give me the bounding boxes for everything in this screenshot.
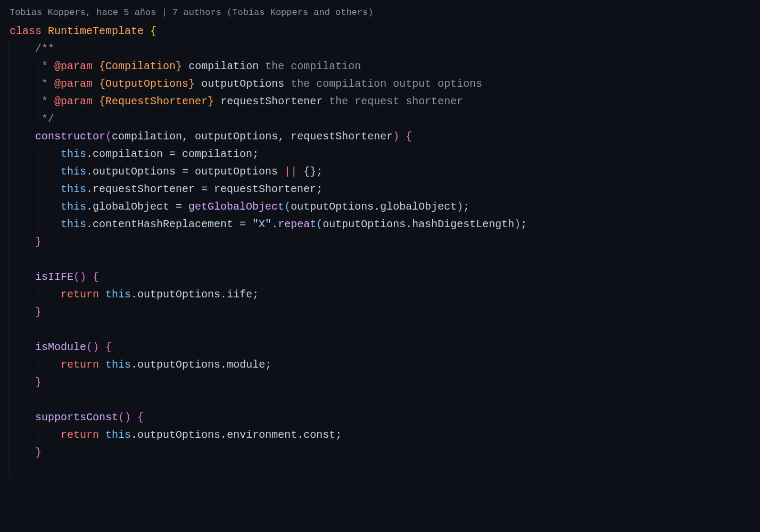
dot: . xyxy=(131,288,137,301)
variable: compilation xyxy=(182,148,252,160)
code-line[interactable]: this.compilation = compilation; xyxy=(10,145,760,163)
code-line[interactable]: supportsConst() { xyxy=(10,409,760,426)
property: globalObject xyxy=(380,201,457,213)
property: environment xyxy=(227,429,297,441)
semi: ; xyxy=(252,288,259,301)
code-editor[interactable]: Tobias Koppers, hace 5 años | 7 authors … xyxy=(0,5,760,479)
jsdoc: * xyxy=(35,78,48,90)
semi: ; xyxy=(521,218,527,230)
variable: outputOptions xyxy=(323,218,406,230)
code-line[interactable]: * @param {Compilation} compilation the c… xyxy=(10,57,760,75)
code-line[interactable]: constructor(compilation, outputOptions, … xyxy=(10,128,760,145)
func-call: repeat xyxy=(278,218,316,230)
semi: ; xyxy=(316,165,323,178)
code-line[interactable] xyxy=(10,321,760,338)
func-call: getGlobalObject xyxy=(188,201,284,213)
property: const xyxy=(303,429,335,441)
code-line[interactable]: * @param {OutputOptions} outputOptions t… xyxy=(10,75,760,93)
variable: requestShortener xyxy=(214,183,316,195)
code-line[interactable]: /** xyxy=(10,40,760,57)
code-line[interactable]: isModule() { xyxy=(10,338,760,356)
dot: . xyxy=(220,429,227,441)
property: hashDigestLength xyxy=(412,218,514,230)
code-line[interactable]: * @param {RequestShortener} requestShort… xyxy=(10,93,760,110)
dot: . xyxy=(86,165,93,178)
code-line[interactable] xyxy=(10,391,760,409)
this-kw: this xyxy=(105,359,131,371)
jsdoc-param: requestShortener xyxy=(220,95,323,107)
property: contentHashReplacement xyxy=(93,218,233,230)
code-line[interactable]: this.requestShortener = requestShortener… xyxy=(10,180,760,198)
parens: () xyxy=(118,411,131,423)
dot: . xyxy=(131,359,137,371)
code-line[interactable] xyxy=(10,461,760,479)
property: compilation xyxy=(93,148,163,160)
eq: = xyxy=(169,201,188,213)
semi: ; xyxy=(252,148,259,160)
dot: . xyxy=(271,218,278,230)
dot: . xyxy=(220,288,227,301)
parens: () xyxy=(86,341,99,353)
code-line[interactable]: return this.outputOptions.environment.co… xyxy=(10,426,760,444)
jsdoc-tag: @param xyxy=(54,95,93,107)
this-kw: this xyxy=(105,288,131,301)
code-line[interactable]: this.contentHashReplacement = "X".repeat… xyxy=(10,215,760,233)
code-line[interactable]: return this.outputOptions.module; xyxy=(10,356,760,373)
code-line[interactable]: } xyxy=(10,303,760,321)
jsdoc: * xyxy=(35,95,48,107)
return-kw: return xyxy=(61,359,99,371)
jsdoc-type: {RequestShortener} xyxy=(99,95,214,107)
code-line[interactable]: } xyxy=(10,444,760,461)
brace: { xyxy=(144,25,156,37)
code-line[interactable] xyxy=(10,251,760,268)
code-line[interactable]: class RuntimeTemplate { xyxy=(10,22,760,40)
constructor-kw: constructor xyxy=(35,130,105,143)
property: requestShortener xyxy=(93,183,195,195)
brace-close: } xyxy=(35,306,42,318)
dot: . xyxy=(131,429,137,441)
brace-close: } xyxy=(35,236,42,248)
method-name: supportsConst xyxy=(35,411,118,423)
variable: outputOptions xyxy=(195,165,278,178)
this-kw: this xyxy=(61,218,86,230)
method-name: isIIFE xyxy=(35,271,73,283)
semi: ; xyxy=(316,183,323,195)
return-kw: return xyxy=(61,429,99,441)
code-line[interactable]: */ xyxy=(10,110,760,128)
code-line[interactable]: this.outputOptions = outputOptions || {}… xyxy=(10,163,760,180)
jsdoc-type: {Compilation} xyxy=(99,60,182,72)
code-line[interactable]: } xyxy=(10,373,760,391)
code-line[interactable]: this.globalObject = getGlobalObject(outp… xyxy=(10,198,760,215)
property: outputOptions xyxy=(137,359,220,371)
dot: . xyxy=(220,359,227,371)
return-kw: return xyxy=(61,288,99,301)
param: outputOptions xyxy=(195,130,278,143)
code-line[interactable]: return this.outputOptions.iife; xyxy=(10,286,760,303)
string-literal: "X" xyxy=(252,218,271,230)
method-name: isModule xyxy=(35,341,86,353)
eq: = xyxy=(233,218,252,230)
property: iife xyxy=(227,288,252,301)
variable: outputOptions xyxy=(291,201,374,213)
jsdoc-type: {OutputOptions} xyxy=(99,78,195,90)
eq: = xyxy=(163,148,182,160)
parens: () xyxy=(73,271,86,283)
brace-close: } xyxy=(35,376,42,388)
dot: . xyxy=(86,201,93,213)
brace-close: } xyxy=(35,446,42,459)
semi: ; xyxy=(463,201,469,213)
jsdoc-tag: @param xyxy=(54,60,93,72)
keyword-class: class xyxy=(10,25,42,37)
jsdoc-param: compilation xyxy=(188,60,259,72)
semi: ; xyxy=(265,359,271,371)
dot: . xyxy=(374,201,380,213)
git-lens-annotation: Tobias Koppers, hace 5 años | 7 authors … xyxy=(10,5,760,20)
code-line[interactable]: isIIFE() { xyxy=(10,268,760,286)
property: outputOptions xyxy=(137,429,220,441)
property: module xyxy=(227,359,265,371)
jsdoc: * xyxy=(35,60,48,72)
jsdoc-desc: the compilation output options xyxy=(291,78,482,90)
code-line[interactable]: } xyxy=(10,233,760,251)
jsdoc-desc: the request shortener xyxy=(329,95,463,107)
dot: . xyxy=(297,429,303,441)
